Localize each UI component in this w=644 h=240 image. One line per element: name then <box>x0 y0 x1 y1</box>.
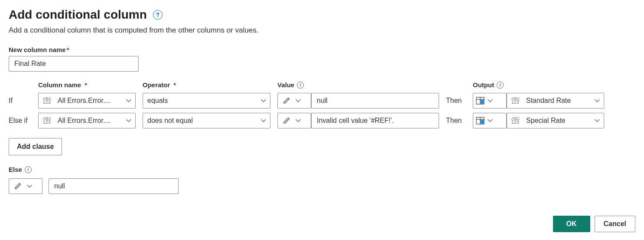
then-label: Then <box>446 117 466 125</box>
add-clause-button[interactable]: Add clause <box>9 138 62 155</box>
pencil-icon <box>281 117 293 125</box>
new-column-name-input[interactable] <box>13 59 134 68</box>
value-type-dropdown[interactable] <box>277 93 311 108</box>
new-column-name-label: New column name* <box>9 46 635 53</box>
abc123-icon: ABC123 <box>511 97 523 104</box>
svg-rect-7 <box>481 120 484 124</box>
chevron-down-icon <box>126 98 132 104</box>
new-column-name-field: New column name* <box>9 46 635 72</box>
then-label: Then <box>446 97 466 105</box>
required-asterisk: * <box>85 81 87 89</box>
chevron-down-icon <box>295 118 301 124</box>
value-input[interactable] <box>316 96 434 105</box>
chevron-down-icon <box>260 118 267 124</box>
help-icon[interactable]: ? <box>153 10 163 20</box>
header-operator: Operator* <box>143 81 270 89</box>
pencil-icon <box>281 97 293 105</box>
abc123-icon: ABC123 <box>511 117 523 124</box>
new-column-name-input-wrapper <box>9 56 139 72</box>
dialog-footer: OK Cancel <box>553 216 635 232</box>
else-value-input[interactable] <box>53 182 174 191</box>
operator-dropdown[interactable]: does not equal <box>143 113 270 128</box>
clause-keyword: Else if <box>9 117 38 125</box>
clause-keyword: If <box>9 97 38 105</box>
header-value: Value i <box>277 81 439 89</box>
abc123-icon: ABC123 <box>43 117 54 124</box>
info-icon[interactable]: i <box>497 82 504 89</box>
header-output: Output i <box>473 81 604 89</box>
ok-button[interactable]: OK <box>553 216 590 232</box>
operator-dropdown[interactable]: equals <box>143 93 270 108</box>
chevron-down-icon <box>126 118 132 124</box>
else-block: Else i <box>9 166 635 194</box>
value-input[interactable] <box>316 116 434 125</box>
chevron-down-icon <box>594 118 600 124</box>
value-input-wrapper <box>311 113 439 128</box>
chevron-down-icon <box>260 98 267 104</box>
dialog-subtitle: Add a conditional column that is compute… <box>9 26 635 35</box>
else-value-input-wrapper <box>49 178 179 194</box>
output-type-dropdown[interactable] <box>473 93 507 108</box>
required-asterisk: * <box>173 81 176 89</box>
svg-rect-3 <box>481 100 484 104</box>
clauses-grid: Column name* Operator* Value i Output i … <box>9 81 635 128</box>
info-icon[interactable]: i <box>25 166 32 173</box>
required-asterisk: * <box>67 46 69 53</box>
pencil-icon <box>13 182 24 190</box>
column-name-dropdown[interactable]: ABC123 All Errors.Error.... <box>38 113 136 128</box>
chevron-down-icon <box>594 98 600 104</box>
title-row: Add conditional column ? <box>9 8 635 22</box>
table-column-icon <box>476 117 485 125</box>
header-column-name: Column name* <box>38 81 136 89</box>
chevron-down-icon <box>487 98 493 104</box>
chevron-down-icon <box>295 98 301 104</box>
abc123-icon: ABC123 <box>43 97 54 104</box>
chevron-down-icon <box>26 183 33 189</box>
else-label: Else i <box>9 166 635 173</box>
column-name-dropdown[interactable]: ABC123 All Errors.Error.... <box>38 93 136 108</box>
dialog-title: Add conditional column <box>9 8 147 22</box>
info-icon[interactable]: i <box>297 82 304 89</box>
chevron-down-icon <box>487 118 493 124</box>
table-column-icon <box>476 97 485 105</box>
cancel-button[interactable]: Cancel <box>595 216 635 232</box>
add-conditional-column-dialog: Add conditional column ? Add a condition… <box>0 0 644 240</box>
else-value-type-dropdown[interactable] <box>9 178 42 194</box>
value-input-wrapper <box>311 93 439 108</box>
output-type-dropdown[interactable] <box>473 113 507 128</box>
output-column-dropdown[interactable]: ABC123 Special Rate <box>507 113 604 128</box>
value-type-dropdown[interactable] <box>277 113 311 128</box>
output-column-dropdown[interactable]: ABC123 Standard Rate <box>507 93 604 108</box>
